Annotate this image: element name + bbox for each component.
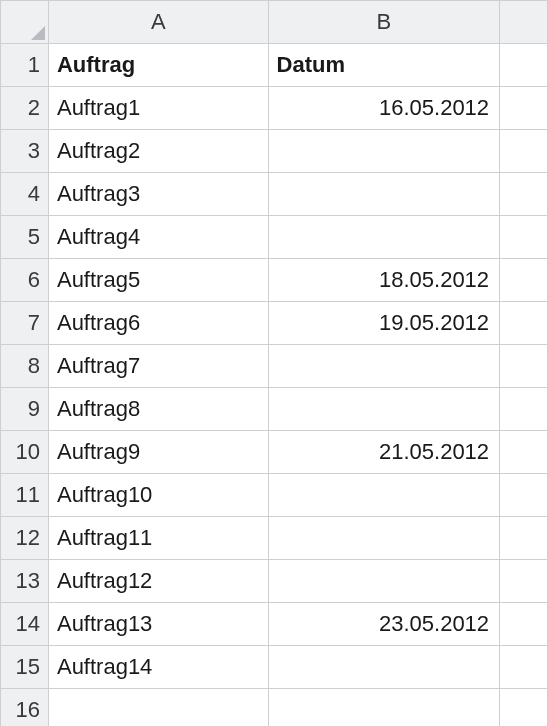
- cell-B5[interactable]: [268, 216, 500, 259]
- cell-A2[interactable]: Auftrag1: [48, 87, 268, 130]
- row-header-6[interactable]: 6: [1, 259, 49, 302]
- cell-A10[interactable]: Auftrag9: [48, 431, 268, 474]
- cell-C14[interactable]: [500, 603, 548, 646]
- row-header-16[interactable]: 16: [1, 689, 49, 727]
- row-12: 12 Auftrag11: [1, 517, 548, 560]
- cell-B8[interactable]: [268, 345, 500, 388]
- cell-B15[interactable]: [268, 646, 500, 689]
- cell-A4[interactable]: Auftrag3: [48, 173, 268, 216]
- cell-C13[interactable]: [500, 560, 548, 603]
- row-6: 6 Auftrag5 18.05.2012: [1, 259, 548, 302]
- row-header-10[interactable]: 10: [1, 431, 49, 474]
- row-header-11[interactable]: 11: [1, 474, 49, 517]
- cell-A12[interactable]: Auftrag11: [48, 517, 268, 560]
- row-header-2[interactable]: 2: [1, 87, 49, 130]
- row-2: 2 Auftrag1 16.05.2012: [1, 87, 548, 130]
- row-header-13[interactable]: 13: [1, 560, 49, 603]
- row-10: 10 Auftrag9 21.05.2012: [1, 431, 548, 474]
- cell-A11[interactable]: Auftrag10: [48, 474, 268, 517]
- row-header-15[interactable]: 15: [1, 646, 49, 689]
- cell-C10[interactable]: [500, 431, 548, 474]
- cell-C3[interactable]: [500, 130, 548, 173]
- cell-C8[interactable]: [500, 345, 548, 388]
- cell-A15[interactable]: Auftrag14: [48, 646, 268, 689]
- cell-B3[interactable]: [268, 130, 500, 173]
- cell-C12[interactable]: [500, 517, 548, 560]
- cell-A7[interactable]: Auftrag6: [48, 302, 268, 345]
- row-header-12[interactable]: 12: [1, 517, 49, 560]
- column-header-A[interactable]: A: [48, 1, 268, 44]
- cell-B16[interactable]: [268, 689, 500, 727]
- cell-B14[interactable]: 23.05.2012: [268, 603, 500, 646]
- cell-B11[interactable]: [268, 474, 500, 517]
- cell-B6[interactable]: 18.05.2012: [268, 259, 500, 302]
- cell-A8[interactable]: Auftrag7: [48, 345, 268, 388]
- row-13: 13 Auftrag12: [1, 560, 548, 603]
- row-1: 1 Auftrag Datum: [1, 44, 548, 87]
- row-15: 15 Auftrag14: [1, 646, 548, 689]
- cell-C5[interactable]: [500, 216, 548, 259]
- row-header-14[interactable]: 14: [1, 603, 49, 646]
- row-header-7[interactable]: 7: [1, 302, 49, 345]
- cell-B9[interactable]: [268, 388, 500, 431]
- cell-A5[interactable]: Auftrag4: [48, 216, 268, 259]
- cell-C11[interactable]: [500, 474, 548, 517]
- cell-B12[interactable]: [268, 517, 500, 560]
- column-header-B[interactable]: B: [268, 1, 500, 44]
- cell-C4[interactable]: [500, 173, 548, 216]
- row-header-1[interactable]: 1: [1, 44, 49, 87]
- cell-B10[interactable]: 21.05.2012: [268, 431, 500, 474]
- cell-A13[interactable]: Auftrag12: [48, 560, 268, 603]
- cell-C9[interactable]: [500, 388, 548, 431]
- row-7: 7 Auftrag6 19.05.2012: [1, 302, 548, 345]
- cell-C6[interactable]: [500, 259, 548, 302]
- row-header-8[interactable]: 8: [1, 345, 49, 388]
- cell-C15[interactable]: [500, 646, 548, 689]
- cell-B7[interactable]: 19.05.2012: [268, 302, 500, 345]
- select-all-triangle-icon: [31, 26, 45, 40]
- row-11: 11 Auftrag10: [1, 474, 548, 517]
- row-header-4[interactable]: 4: [1, 173, 49, 216]
- cell-A6[interactable]: Auftrag5: [48, 259, 268, 302]
- cell-B2[interactable]: 16.05.2012: [268, 87, 500, 130]
- row-8: 8 Auftrag7: [1, 345, 548, 388]
- cell-C16[interactable]: [500, 689, 548, 727]
- row-9: 9 Auftrag8: [1, 388, 548, 431]
- select-all-corner[interactable]: [1, 1, 49, 44]
- row-5: 5 Auftrag4: [1, 216, 548, 259]
- row-14: 14 Auftrag13 23.05.2012: [1, 603, 548, 646]
- cell-A9[interactable]: Auftrag8: [48, 388, 268, 431]
- cell-A14[interactable]: Auftrag13: [48, 603, 268, 646]
- cell-B13[interactable]: [268, 560, 500, 603]
- row-header-3[interactable]: 3: [1, 130, 49, 173]
- cell-C7[interactable]: [500, 302, 548, 345]
- cell-B1[interactable]: Datum: [268, 44, 500, 87]
- cell-C1[interactable]: [500, 44, 548, 87]
- cell-C2[interactable]: [500, 87, 548, 130]
- row-4: 4 Auftrag3: [1, 173, 548, 216]
- cell-A1[interactable]: Auftrag: [48, 44, 268, 87]
- row-header-9[interactable]: 9: [1, 388, 49, 431]
- cell-B4[interactable]: [268, 173, 500, 216]
- row-header-5[interactable]: 5: [1, 216, 49, 259]
- cell-A3[interactable]: Auftrag2: [48, 130, 268, 173]
- column-header-C[interactable]: [500, 1, 548, 44]
- spreadsheet-grid: A B 1 Auftrag Datum 2 Auftrag1 16.05.201…: [0, 0, 548, 726]
- row-16: 16: [1, 689, 548, 727]
- cell-A16[interactable]: [48, 689, 268, 727]
- column-header-row: A B: [1, 1, 548, 44]
- row-3: 3 Auftrag2: [1, 130, 548, 173]
